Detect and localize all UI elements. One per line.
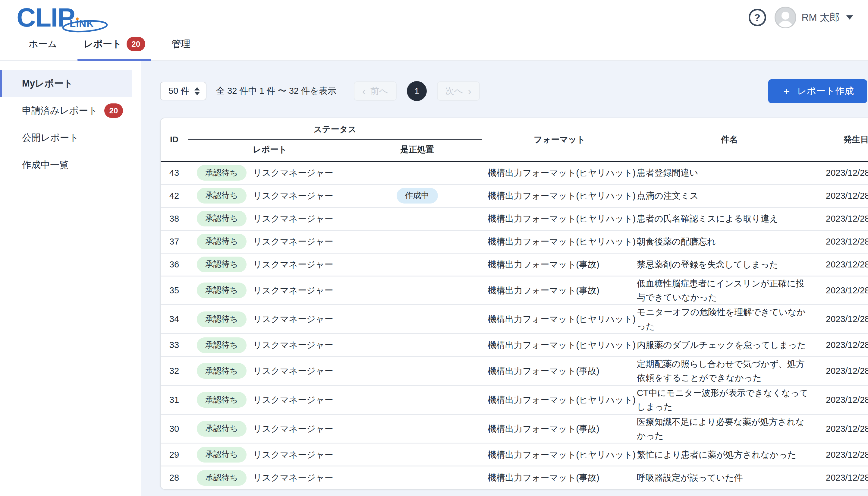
report-format-cell: 機構出力フォーマット(事故) — [482, 357, 637, 386]
report-status-badge: 承認待ち — [197, 257, 247, 272]
corrective-status-cell — [352, 230, 482, 253]
report-id-cell: 42 — [161, 184, 188, 207]
report-subject-cell: 定期配薬の照らし合わせで気づかず、処方依頼をすることができなかった — [637, 357, 822, 386]
report-subject-cell: 点滴の注文ミス — [637, 184, 822, 207]
report-status-cell: 承認待ちリスクマネージャー — [188, 230, 352, 253]
report-subject-cell: 医療知識不足により必要な薬が処方されなかった — [637, 414, 822, 443]
sidebar-item-label: Myレポート — [22, 77, 73, 90]
page-size-select[interactable]: 50 件 — [160, 82, 206, 100]
report-date-cell: 2023/12/28 — [822, 276, 868, 305]
report-format-cell: 機構出力フォーマット(ヒヤリハット) — [482, 305, 637, 334]
col-header-format: フォーマット — [482, 118, 637, 161]
report-status-cell: 承認待ちリスクマネージャー — [188, 443, 352, 466]
col-header-status-group: ステータス — [188, 118, 482, 139]
report-table: ID ステータス フォーマット 件名 発生日 レポート 是正処置 43承認待ちリ… — [161, 118, 868, 489]
report-table-row[interactable]: 35承認待ちリスクマネージャー機構出力フォーマット(事故)低血糖性脳症患者にイン… — [161, 276, 868, 305]
report-date-cell: 2023/12/28 — [822, 414, 868, 443]
report-table-row[interactable]: 36承認待ちリスクマネージャー機構出力フォーマット(事故)禁忌薬剤の登録を失念し… — [161, 253, 868, 276]
report-table-row[interactable]: 28承認待ちリスクマネージャー機構出力フォーマット(事故)呼吸器設定が誤っていた… — [161, 466, 868, 489]
report-approver-role: リスクマネージャー — [253, 189, 333, 203]
main-tabs: ホーム レポート 20 管理 — [22, 28, 196, 61]
create-report-label: レポート作成 — [797, 85, 854, 97]
col-header-subject: 件名 — [637, 118, 822, 161]
report-table-row[interactable]: 29承認待ちリスクマネージャー機構出力フォーマット(ヒヤリハット)繁忙により患者… — [161, 443, 868, 466]
avatar-body-shape — [777, 21, 793, 28]
tab-reports-label: レポート — [83, 38, 122, 50]
range-text: 全 32 件中 1 件 〜 32 件を表示 — [216, 85, 336, 97]
toolbar: 50 件 全 32 件中 1 件 〜 32 件を表示 ‹ 前へ 1 次へ › ＋ — [160, 79, 868, 103]
create-report-button[interactable]: ＋ レポート作成 — [768, 79, 867, 103]
current-page-button[interactable]: 1 — [407, 81, 427, 101]
sidebar-item-public-reports[interactable]: 公開レポート — [0, 124, 141, 151]
prev-page-label: 前へ — [370, 85, 388, 97]
sidebar-item-submitted-reports[interactable]: 申請済みレポート 20 — [0, 97, 141, 124]
report-status-badge: 承認待ち — [197, 165, 247, 181]
tab-home[interactable]: ホーム — [22, 28, 63, 61]
prev-page-button[interactable]: ‹ 前へ — [354, 81, 397, 101]
report-subject-cell: 患者の氏名確認ミスによる取り違え — [637, 207, 822, 230]
sidebar: Myレポート 申請済みレポート 20 公開レポート 作成中一覧 — [0, 61, 141, 496]
report-format-cell: 機構出力フォーマット(ヒヤリハット) — [482, 161, 637, 184]
report-id-cell: 31 — [161, 385, 188, 414]
tab-reports[interactable]: レポート 20 — [77, 28, 151, 61]
report-table-row[interactable]: 31承認待ちリスクマネージャー機構出力フォーマット(ヒヤリハット)CT中にモニタ… — [161, 385, 868, 414]
corrective-status-cell — [352, 253, 482, 276]
pagination: ‹ 前へ 1 次へ › — [354, 81, 480, 101]
report-approver-role: リスクマネージャー — [253, 312, 333, 326]
report-table-row[interactable]: 42承認待ちリスクマネージャー作成中機構出力フォーマット(ヒヤリハット)点滴の注… — [161, 184, 868, 207]
report-status-cell: 承認待ちリスクマネージャー — [188, 385, 352, 414]
report-status-badge: 承認待ち — [197, 311, 247, 327]
user-name: RM 太郎 — [802, 11, 840, 25]
report-table-row[interactable]: 33承認待ちリスクマネージャー機構出力フォーマット(ヒヤリハット)内服薬のダブル… — [161, 334, 868, 357]
report-approver-role: リスクマネージャー — [253, 283, 333, 297]
report-subject-cell: 繁忙により患者に薬が処方されなかった — [637, 443, 822, 466]
report-approver-role: リスクマネージャー — [253, 393, 333, 407]
report-approver-role: リスクマネージャー — [253, 166, 333, 180]
avatar-head-shape — [782, 12, 789, 20]
report-table-body: 43承認待ちリスクマネージャー機構出力フォーマット(ヒヤリハット)患者登録間違い… — [161, 161, 868, 489]
report-table-row[interactable]: 38承認待ちリスクマネージャー機構出力フォーマット(ヒヤリハット)患者の氏名確認… — [161, 207, 868, 230]
report-approver-role: リスクマネージャー — [253, 471, 333, 484]
report-format-cell: 機構出力フォーマット(ヒヤリハット) — [482, 207, 637, 230]
report-status-cell: 承認待ちリスクマネージャー — [188, 334, 352, 357]
report-format-cell: 機構出力フォーマット(事故) — [482, 253, 637, 276]
report-status-badge: 承認待ち — [197, 234, 247, 249]
report-status-badge: 承認待ち — [197, 470, 247, 486]
corrective-status-cell — [352, 466, 482, 489]
report-subject-cell: CT中にモニター波形が表示できなくなってしまった — [637, 385, 822, 414]
corrective-status-cell — [352, 334, 482, 357]
report-status-badge: 承認待ち — [197, 282, 247, 298]
report-id-cell: 35 — [161, 276, 188, 305]
report-status-cell: 承認待ちリスクマネージャー — [188, 184, 352, 207]
report-subject-cell: 朝食後薬の配膳忘れ — [637, 230, 822, 253]
report-subject-cell: 低血糖性脳症患者にインスリンが正確に投与できていなかった — [637, 276, 822, 305]
help-icon[interactable]: ? — [749, 9, 766, 26]
report-table-row[interactable]: 37承認待ちリスクマネージャー機構出力フォーマット(ヒヤリハット)朝食後薬の配膳… — [161, 230, 868, 253]
user-menu[interactable]: RM 太郎 — [775, 6, 853, 28]
sidebar-item-my-reports[interactable]: Myレポート — [0, 70, 132, 97]
sidebar-item-drafts[interactable]: 作成中一覧 — [0, 151, 141, 179]
report-subject-cell: 禁忌薬剤の登録を失念してしまった — [637, 253, 822, 276]
report-table-row[interactable]: 32承認待ちリスクマネージャー機構出力フォーマット(事故)定期配薬の照らし合わせ… — [161, 357, 868, 386]
col-header-status-report: レポート — [188, 139, 352, 161]
report-status-cell: 承認待ちリスクマネージャー — [188, 161, 352, 184]
next-page-button[interactable]: 次へ › — [437, 81, 480, 101]
report-status-cell: 承認待ちリスクマネージャー — [188, 207, 352, 230]
report-status-cell: 承認待ちリスクマネージャー — [188, 305, 352, 334]
report-table-row[interactable]: 34承認待ちリスクマネージャー機構出力フォーマット(ヒヤリハット)モニターオフの… — [161, 305, 868, 334]
corrective-status-cell — [352, 161, 482, 184]
report-id-cell: 43 — [161, 161, 188, 184]
report-format-cell: 機構出力フォーマット(ヒヤリハット) — [482, 385, 637, 414]
sidebar-item-label: 公開レポート — [22, 131, 79, 144]
corrective-status-cell — [352, 385, 482, 414]
tab-admin[interactable]: 管理 — [166, 28, 196, 61]
report-table-row[interactable]: 43承認待ちリスクマネージャー機構出力フォーマット(ヒヤリハット)患者登録間違い… — [161, 161, 868, 184]
report-subject-cell: 患者登録間違い — [637, 161, 822, 184]
report-status-badge: 承認待ち — [197, 188, 247, 203]
report-date-cell: 2023/12/28 — [822, 161, 868, 184]
report-date-cell: 2023/12/28 — [822, 443, 868, 466]
report-table-row[interactable]: 30承認待ちリスクマネージャー機構出力フォーマット(事故)医療知識不足により必要… — [161, 414, 868, 443]
report-approver-role: リスクマネージャー — [253, 338, 333, 352]
report-date-cell: 2023/12/28 — [822, 385, 868, 414]
tab-home-label: ホーム — [29, 38, 57, 50]
